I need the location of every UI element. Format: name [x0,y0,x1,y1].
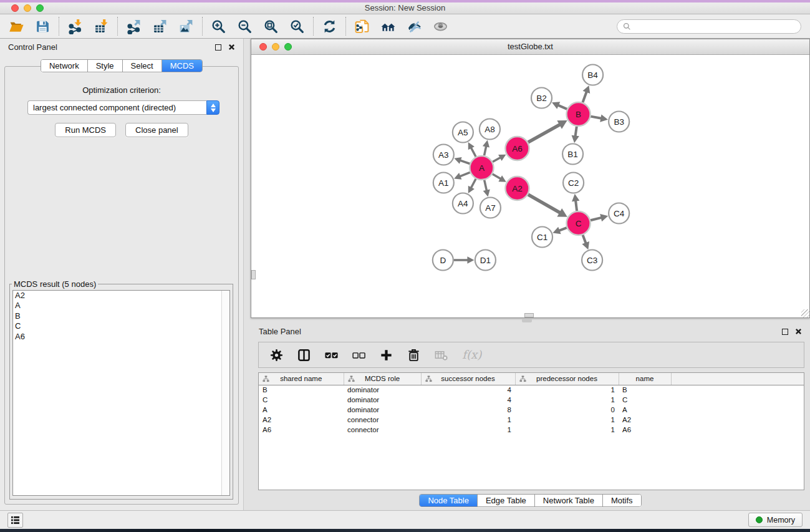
close-table-panel-icon[interactable] [795,328,802,335]
graph-edge[interactable] [559,228,566,231]
maximize-window-button[interactable] [36,4,44,12]
graph-edge[interactable] [558,105,567,109]
close-panel-button[interactable]: Close panel [125,123,188,137]
list-item[interactable]: B [13,311,229,321]
table-cell[interactable]: A [259,405,344,415]
column-header[interactable]: MCDS role [344,373,421,385]
table-cell[interactable]: 1 [515,395,619,405]
network-minimize-button[interactable] [272,43,279,51]
graph-edge[interactable] [460,160,470,163]
table-cell[interactable]: 1 [421,425,515,435]
create-column-plus-icon[interactable] [379,348,393,362]
select-all-columns-icon[interactable] [324,348,339,362]
export-image-icon[interactable] [178,19,194,34]
graph-edge[interactable] [485,146,486,155]
close-panel-icon[interactable] [228,44,235,51]
float-table-panel-icon[interactable] [782,329,788,335]
table-cell[interactable]: B [259,385,344,395]
graph-edge[interactable] [493,158,501,162]
list-item[interactable]: A6 [13,332,229,342]
table-row[interactable]: Bdominator41B [259,385,804,395]
run-mcds-button[interactable]: Run MCDS [55,123,116,137]
table-cell[interactable]: 4 [421,395,515,405]
unselect-all-columns-icon[interactable] [352,348,366,362]
zoom-selected-icon[interactable] [289,19,305,34]
table-row[interactable]: Cdominator41C [259,395,804,405]
graph-edge[interactable] [528,125,560,143]
import-network-icon[interactable] [67,19,83,34]
save-session-icon[interactable] [35,19,51,34]
node-table[interactable]: shared nameMCDS rolesuccessor nodesprede… [258,372,804,490]
table-cell[interactable]: B [619,385,671,395]
table-cell[interactable]: 0 [515,405,619,415]
dropdown-stepper-icon[interactable] [206,100,219,115]
table-cell[interactable]: 1 [515,425,619,435]
column-header[interactable]: shared name [259,373,344,385]
graph-edge[interactable] [576,127,577,137]
delete-column-trash-icon[interactable] [407,348,421,362]
table-cell[interactable]: A [619,405,671,415]
tab-motifs[interactable]: Motifs [603,495,641,506]
table-options-gear-icon[interactable] [269,348,284,362]
graph-edge[interactable] [471,179,476,188]
network-canvas[interactable]: B4B2BB3A8A5A6B1A3AA1C2A2A4A7C4CC1C3DD1 [251,55,809,317]
table-cell[interactable]: A2 [259,415,344,425]
optimization-criterion-dropdown[interactable]: largest connected component (directed) [27,100,206,115]
tab-style[interactable]: Style [88,60,123,72]
export-table-icon[interactable] [152,19,168,34]
show-all-icon[interactable] [433,19,448,34]
float-panel-icon[interactable] [215,44,221,51]
list-item[interactable]: C [13,321,229,331]
zoom-in-icon[interactable] [211,19,226,34]
mcds-list-scrollbar[interactable] [221,291,229,495]
tab-node-table[interactable]: Node Table [420,495,478,506]
graph-edge[interactable] [528,195,560,213]
table-row[interactable]: Adominator80A [259,405,804,415]
table-cell[interactable]: 8 [421,405,515,415]
tab-network-table[interactable]: Network Table [535,495,603,506]
memory-button[interactable]: Memory [748,513,803,527]
table-cell[interactable]: 1 [515,385,619,395]
horizontal-scroll-handle[interactable] [524,313,534,317]
hide-selected-icon[interactable] [407,19,422,34]
table-cell[interactable]: dominator [344,405,421,415]
table-cell[interactable]: C [619,395,671,405]
graph-edge[interactable] [591,218,602,220]
column-header[interactable]: successor nodes [421,373,515,385]
table-cell[interactable]: 4 [421,385,515,395]
tab-edge-table[interactable]: Edge Table [478,495,535,506]
panel-splitter-handle[interactable] [522,319,532,322]
search-input[interactable] [635,22,795,31]
tab-network[interactable]: Network [41,60,88,72]
list-item[interactable]: A2 [13,291,229,301]
table-cell[interactable]: A6 [619,425,671,435]
graph-edge[interactable] [576,201,577,211]
search-box[interactable] [617,19,801,34]
task-history-button[interactable] [7,513,23,528]
network-maximize-button[interactable] [284,43,292,51]
table-cell[interactable]: 1 [515,415,619,425]
table-row[interactable]: A6connector11A6 [259,425,804,435]
graph-edge[interactable] [471,148,476,157]
column-header[interactable]: predecessor nodes [515,373,619,385]
network-close-button[interactable] [259,43,267,51]
close-window-button[interactable] [11,4,19,12]
open-session-icon[interactable] [9,19,24,34]
network-graph[interactable]: B4B2BB3A8A5A6B1A3AA1C2A2A4A7C4CC1C3DD1 [251,55,809,317]
zoom-fit-icon[interactable] [263,19,279,34]
resize-grip-icon[interactable] [801,309,809,317]
minimize-window-button[interactable] [24,4,31,12]
list-item[interactable]: A [13,301,229,311]
tab-select[interactable]: Select [123,60,162,72]
graph-edge[interactable] [493,174,501,179]
tab-mcds[interactable]: MCDS [162,60,202,72]
graph-edge[interactable] [591,117,601,118]
graph-edge[interactable] [460,172,470,176]
table-cell[interactable]: connector [344,425,421,435]
table-cell[interactable]: A2 [619,415,671,425]
graph-edge[interactable] [485,180,487,191]
table-cell[interactable]: 1 [421,415,515,425]
vertical-scroll-handle[interactable] [251,270,256,279]
graph-edge[interactable] [583,235,586,243]
table-cell[interactable]: dominator [344,385,421,395]
